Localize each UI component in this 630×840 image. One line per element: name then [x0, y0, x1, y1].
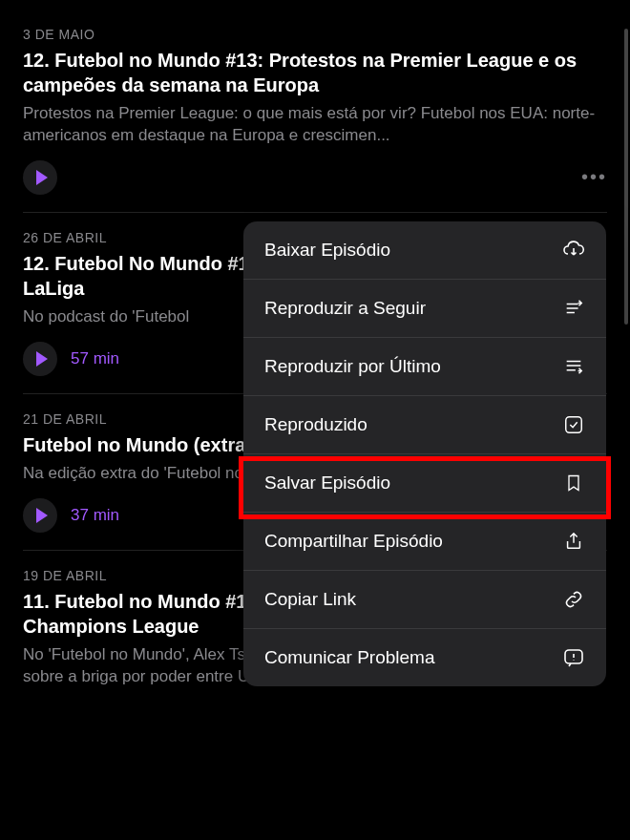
play-button[interactable] — [23, 342, 57, 376]
menu-save-episode[interactable]: Salvar Episódio — [243, 454, 606, 513]
menu-play-last[interactable]: Reproduzir por Último — [243, 338, 606, 396]
menu-label: Baixar Episódio — [264, 240, 390, 261]
share-icon — [562, 530, 585, 553]
menu-label: Copiar Link — [264, 589, 356, 610]
episode-title: 12. Futebol no Mundo #13: Protestos na P… — [23, 48, 607, 97]
cloud-download-icon — [562, 239, 585, 262]
checkbox-icon — [562, 413, 585, 436]
menu-share-episode[interactable]: Compartilhar Episódio — [243, 513, 606, 571]
menu-label: Reproduzir a Seguir — [264, 298, 426, 319]
episode-duration: 37 min — [71, 506, 119, 525]
play-icon — [36, 351, 48, 367]
episode-controls: ••• — [23, 160, 607, 195]
link-icon — [562, 588, 585, 611]
play-button[interactable] — [23, 498, 57, 533]
menu-download-episode[interactable]: Baixar Episódio — [243, 221, 606, 280]
menu-label: Compartilhar Episódio — [264, 531, 443, 552]
scrollbar[interactable] — [624, 29, 628, 325]
menu-label: Reproduzir por Último — [264, 356, 441, 377]
episode-item[interactable]: 3 DE MAIO 12. Futebol no Mundo #13: Prot… — [23, 10, 607, 213]
menu-label: Reproduzido — [264, 414, 368, 435]
menu-report-problem[interactable]: Comunicar Problema — [243, 629, 606, 686]
context-menu: Baixar Episódio Reproduzir a Seguir Repr… — [243, 221, 606, 686]
episode-description: Protestos na Premier League: o que mais … — [23, 103, 607, 147]
menu-copy-link[interactable]: Copiar Link — [243, 571, 606, 629]
menu-label: Comunicar Problema — [264, 647, 434, 668]
more-options-button[interactable]: ••• — [581, 166, 607, 188]
menu-mark-played[interactable]: Reproduzido — [243, 396, 606, 454]
menu-label: Salvar Episódio — [264, 472, 390, 494]
play-icon — [36, 508, 48, 523]
play-last-icon — [562, 355, 585, 378]
menu-play-next[interactable]: Reproduzir a Seguir — [243, 280, 606, 338]
report-icon — [562, 646, 585, 669]
svg-rect-0 — [566, 417, 582, 433]
episode-duration: 57 min — [71, 349, 119, 368]
episode-date: 3 DE MAIO — [23, 27, 607, 42]
bookmark-icon — [562, 472, 585, 494]
play-button[interactable] — [23, 160, 57, 195]
play-next-icon — [562, 297, 585, 320]
play-icon — [36, 170, 48, 185]
